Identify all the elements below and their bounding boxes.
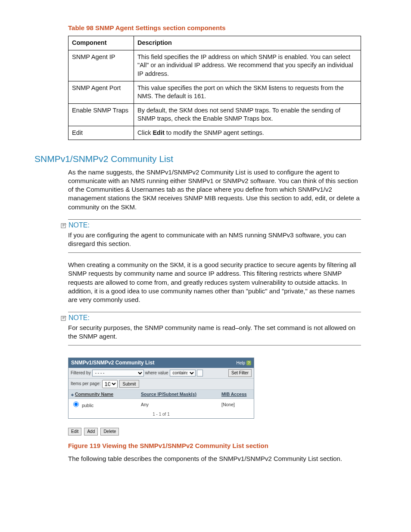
note-label: NOTE: (68, 221, 90, 230)
note-text: If you are configuring the agent to comm… (68, 231, 361, 249)
help-icon: ? (246, 361, 251, 365)
snmp-settings-table: Component Description SNMP Agent IP This… (68, 36, 361, 140)
filter-field-select[interactable]: - - - - (92, 370, 144, 376)
delete-button[interactable]: Delete (100, 428, 119, 436)
table-caption: Table 98 SNMP Agent Settings section com… (34, 24, 361, 32)
community-list-widget: SNMPv1/SNMPv2 Community List Help ? Filt… (68, 358, 254, 419)
body-paragraph: When creating a community on the SKM, it… (68, 261, 361, 304)
set-filter-button[interactable]: Set Filter (228, 369, 252, 377)
widget-title: SNMPv1/SNMPv2 Community List (71, 359, 154, 366)
filter-value-input[interactable] (197, 370, 203, 376)
cell-description: This field specifies the IP address on w… (134, 50, 361, 81)
items-per-page-label: Items per page: (71, 381, 100, 387)
note-block: NOTE: For security purposes, the SNMP co… (61, 312, 361, 345)
body-paragraph: The following table describes the compon… (68, 454, 361, 463)
submit-button[interactable]: Submit (119, 380, 139, 388)
note-text: For security purposes, the SNMP communit… (68, 324, 361, 341)
note-label: NOTE: (68, 313, 90, 323)
cell-component: Enable SNMP Traps (68, 103, 134, 126)
row-select-radio[interactable] (73, 401, 79, 407)
filter-row: Filtered by - - - - where value contains… (68, 368, 254, 379)
items-per-page-select[interactable]: 10 (102, 380, 118, 388)
items-per-page-row: Items per page: 10 Submit (68, 379, 254, 390)
col-source-ip[interactable]: Source IP/Subnet Mask(s) (138, 390, 219, 399)
community-table: ◆ Community Name Source IP/Subnet Mask(s… (68, 390, 254, 410)
cell-description: Click Edit to modify the SNMP agent sett… (134, 126, 361, 140)
table-header-row: Component Description (68, 36, 361, 50)
filtered-by-label: Filtered by (71, 370, 91, 376)
col-header-component: Component (68, 36, 134, 50)
col-header-description: Description (134, 36, 361, 50)
note-icon (61, 315, 67, 321)
filter-op-select[interactable]: contains (170, 370, 196, 376)
table-row: Enable SNMP Traps By default, the SKM do… (68, 103, 361, 126)
cell-community: public (68, 399, 138, 410)
table-header-row: ◆ Community Name Source IP/Subnet Mask(s… (68, 390, 254, 399)
section-heading: SNMPv1/SNMPv2 Community List (34, 153, 361, 165)
note-icon (61, 222, 67, 228)
col-mib-access[interactable]: MIB Access (219, 390, 254, 399)
table-row: SNMP Agent IP This field specifies the I… (68, 50, 361, 81)
widget-action-buttons: Edit Add Delete (68, 426, 361, 436)
cell-description: This value specifies the port on which t… (134, 81, 361, 103)
add-button[interactable]: Add (84, 428, 98, 436)
edit-button[interactable]: Edit (68, 428, 81, 436)
cell-mib: [None] (219, 399, 254, 410)
where-value-label: where value (145, 370, 168, 376)
cell-component: Edit (68, 126, 134, 140)
col-community-name[interactable]: ◆ Community Name (68, 390, 138, 399)
pager: 1 - 1 of 1 (68, 410, 254, 419)
table-row: SNMP Agent Port This value specifies the… (68, 81, 361, 103)
body-paragraph: As the name suggests, the SNMPv1/SNMPv2 … (68, 168, 361, 212)
table-row[interactable]: public Any [None] (68, 399, 254, 410)
cell-source: Any (138, 399, 219, 410)
cell-description: By default, the SKM does not send SNMP t… (134, 103, 361, 126)
figure-caption: Figure 119 Viewing the SNMPv1/SNMPv2 Com… (68, 442, 361, 450)
cell-component: SNMP Agent Port (68, 81, 134, 103)
cell-component: SNMP Agent IP (68, 50, 134, 81)
sort-icon: ◆ (71, 393, 74, 397)
widget-titlebar: SNMPv1/SNMPv2 Community List Help ? (68, 358, 254, 367)
table-row: Edit Click Edit to modify the SNMP agent… (68, 126, 361, 140)
help-link[interactable]: Help ? (236, 360, 251, 366)
note-block: NOTE: If you are configuring the agent t… (61, 219, 361, 253)
